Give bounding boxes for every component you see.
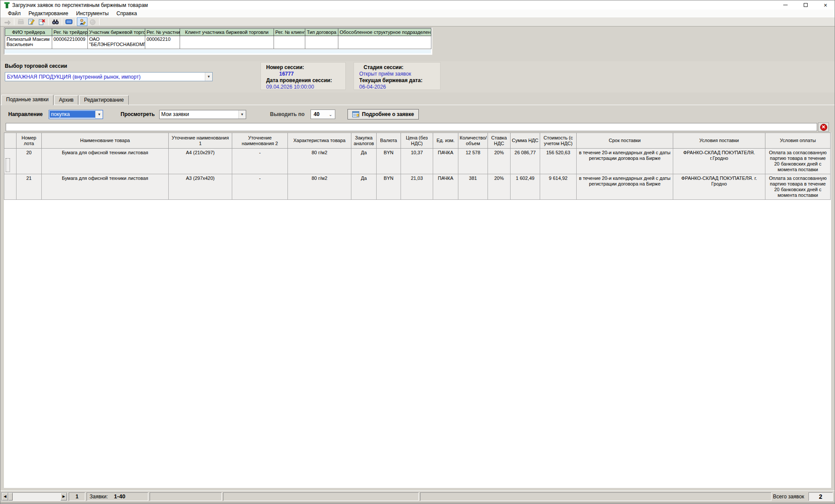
trader-header-cell: Клиент участника биржевой торговли bbox=[180, 29, 274, 36]
search-icon[interactable] bbox=[50, 17, 60, 26]
maximize-icon bbox=[804, 3, 808, 7]
orders-cell: Бумага для офисной техники листовая bbox=[42, 174, 169, 200]
orders-cell: 20% bbox=[488, 149, 511, 174]
direction-combobox[interactable]: покупка ▼ bbox=[49, 110, 103, 119]
session-combobox-value: БУМАЖНАЯ ПРОДУКЦИЯ (внутренний рынок, им… bbox=[5, 74, 205, 80]
trader-cell bbox=[305, 36, 338, 49]
orders-header-selector bbox=[4, 133, 17, 149]
user-edit-icon[interactable] bbox=[77, 17, 87, 26]
menu-help[interactable]: Справка bbox=[113, 10, 141, 17]
total-orders-label: Всего заявок bbox=[773, 494, 804, 500]
trader-cell bbox=[180, 36, 274, 49]
view-label: Просмотреть bbox=[120, 111, 155, 117]
orders-cell: 12 578 bbox=[458, 149, 488, 174]
status-panel bbox=[420, 492, 772, 501]
current-date-value: 06-04-2026 bbox=[359, 84, 437, 90]
orders-cell: 80 г/м2 bbox=[288, 174, 351, 200]
monitor-icon[interactable] bbox=[63, 17, 74, 26]
session-select-group: Выбор торговой сессии БУМАЖНАЯ ПРОДУКЦИЯ… bbox=[5, 63, 213, 81]
row-selector-cell[interactable] bbox=[4, 174, 17, 200]
delete-document-icon[interactable] bbox=[37, 17, 47, 26]
orders-cell: 156 520,63 bbox=[540, 149, 577, 174]
edit-document-icon[interactable] bbox=[26, 17, 37, 26]
orders-header-cell: Характеристика товара bbox=[288, 133, 351, 149]
chevron-down-icon: ⌄ bbox=[329, 112, 332, 117]
maximize-button[interactable] bbox=[795, 0, 815, 10]
trader-table-empty-row bbox=[5, 50, 431, 53]
orders-cell: BYN bbox=[377, 149, 401, 174]
trader-cell: 000062210009 bbox=[52, 36, 88, 49]
tab-archive[interactable]: Архив bbox=[54, 95, 79, 105]
orders-row[interactable]: 21Бумага для офисной техники листоваяА3 … bbox=[4, 174, 831, 200]
scroll-left-button[interactable]: ◀ bbox=[2, 493, 8, 501]
menu-tools[interactable]: Инструменты bbox=[72, 10, 113, 17]
clear-filter-button[interactable]: ✕ bbox=[818, 123, 829, 132]
orders-header-cell: Срок поставки bbox=[577, 133, 673, 149]
toolbar-separator bbox=[99, 18, 100, 25]
orders-header-cell: Валюта bbox=[377, 133, 401, 149]
title-bar: Загрузчик заявок по перспективным биржев… bbox=[0, 0, 835, 10]
orders-header-cell: Условия поставки bbox=[673, 133, 765, 149]
trader-header-cell: Рег. № трейдера bbox=[52, 29, 88, 36]
minimize-button[interactable] bbox=[775, 0, 795, 10]
chevron-down-icon[interactable]: ▼ bbox=[205, 73, 212, 81]
orders-header-cell: Количество/ объем bbox=[458, 133, 488, 149]
orders-cell: Да bbox=[351, 174, 377, 200]
menu-edit[interactable]: Редактирование bbox=[25, 10, 72, 17]
chevron-down-icon[interactable]: ▼ bbox=[95, 110, 103, 119]
page-size-value: 40 bbox=[314, 111, 319, 117]
minimize-icon bbox=[783, 5, 788, 5]
toolbar-separator bbox=[75, 18, 76, 25]
orders-cell: Да bbox=[351, 149, 377, 174]
orders-header-cell: Закупка аналогов bbox=[351, 133, 377, 149]
orders-cell: А3 (297х420) bbox=[169, 174, 232, 200]
chevron-down-icon[interactable]: ▼ bbox=[238, 110, 246, 119]
filter-input[interactable] bbox=[6, 123, 817, 131]
toolbar-separator bbox=[62, 18, 62, 25]
current-date-label: Текущая биржевая дата: bbox=[359, 77, 437, 84]
orders-cell: 10,37 bbox=[401, 149, 433, 174]
page-size-label: Выводить по bbox=[270, 111, 304, 117]
orders-grid: Номер лотаНаименование товараУточнение н… bbox=[4, 133, 831, 488]
orders-header-cell: Уточнение наименования 2 bbox=[232, 133, 288, 149]
orders-cell: - bbox=[232, 174, 288, 200]
session-number-label: Номер сессии: bbox=[266, 64, 342, 71]
scrollbar-thumb[interactable] bbox=[8, 493, 13, 501]
menu-file[interactable]: Файл bbox=[4, 10, 25, 17]
trader-header-cell: Участник биржевой торговли bbox=[88, 29, 145, 36]
order-details-button[interactable]: Подробнее о заявке bbox=[347, 109, 419, 119]
tab-submitted-orders[interactable]: Поданные заявки bbox=[1, 95, 53, 105]
close-icon: × bbox=[824, 2, 827, 8]
orders-range-panel: Заявки: 1-40 bbox=[87, 492, 148, 501]
tab-editing[interactable]: Редактирование bbox=[79, 95, 128, 105]
orders-row[interactable]: 20Бумага для офисной техники листоваяА4 … bbox=[4, 149, 831, 174]
view-combobox[interactable]: Мои заявки ▼ bbox=[159, 110, 246, 119]
session-select-label: Выбор торговой сессии bbox=[5, 63, 213, 69]
tab-page: Направление покупка ▼ Просмотреть Мои за… bbox=[0, 105, 835, 490]
trader-cell bbox=[338, 36, 431, 49]
form-icon bbox=[352, 111, 359, 117]
orders-header-cell: Наименование товара bbox=[42, 133, 169, 149]
horizontal-scrollbar[interactable]: ◀ ▶ bbox=[1, 492, 67, 501]
page-size-select[interactable]: 40 ⌄ bbox=[311, 109, 335, 119]
session-band: Выбор торговой сессии БУМАЖНАЯ ПРОДУКЦИЯ… bbox=[0, 61, 835, 93]
total-orders-value: 2 bbox=[808, 492, 833, 501]
session-number-value: 16777 bbox=[279, 71, 342, 77]
toolbar-separator bbox=[48, 18, 49, 25]
orders-cell: BYN bbox=[377, 174, 401, 200]
orders-cell: 381 bbox=[458, 174, 488, 200]
trader-cell: Пелихатый Максим Васильевич bbox=[5, 36, 52, 49]
orders-range-value: 1-40 bbox=[114, 493, 125, 500]
session-combobox[interactable]: БУМАЖНАЯ ПРОДУКЦИЯ (внутренний рынок, им… bbox=[5, 72, 213, 81]
orders-cell: ФРАНКО-СКЛАД ПОКУПАТЕЛЯ. г.Гродно bbox=[673, 149, 765, 174]
orders-cell: ФРАНКО-СКЛАД ПОКУПАТЕЛЯ. г. Гродно bbox=[673, 174, 765, 200]
scroll-right-button[interactable]: ▶ bbox=[60, 493, 67, 501]
trader-row[interactable]: Пелихатый Максим Васильевич000062210009О… bbox=[5, 36, 431, 49]
window-title: Загрузчик заявок по перспективным биржев… bbox=[12, 2, 148, 8]
direction-label: Направление bbox=[8, 111, 43, 117]
orders-cell: в течение 20-и календарных дней с даты р… bbox=[577, 149, 673, 174]
page-number-panel: 1 bbox=[69, 492, 85, 501]
row-selector-cell[interactable] bbox=[4, 149, 17, 174]
close-button[interactable]: × bbox=[815, 0, 835, 10]
trader-cell bbox=[274, 36, 305, 49]
